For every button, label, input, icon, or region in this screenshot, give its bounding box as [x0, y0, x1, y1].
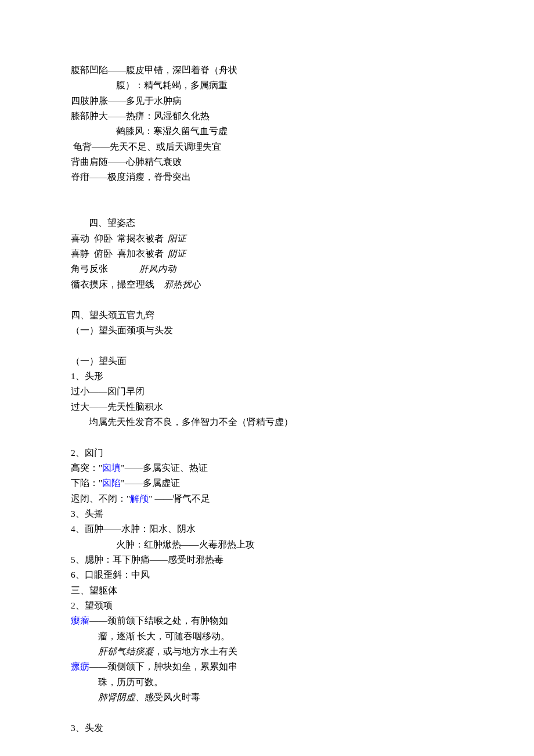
posture-r2c1: 喜静: [71, 249, 89, 258]
posture-r1c3: 常揭衣被者: [117, 233, 164, 243]
body-finding-abdomen-2: 腹）：精气耗竭，多属病重: [71, 78, 463, 93]
fontanel-bulge: 高突："囟填"——多属实证、热证: [71, 460, 463, 476]
body-finding-spine: 脊疳——极度消瘦，脊骨突出: [71, 170, 463, 185]
posture-row-1: 喜动 仰卧 常揭衣被者 阳证: [71, 231, 463, 246]
section-posture-title: 四、望姿态: [71, 215, 463, 231]
posture-row-3: 角弓反张 肝风内动: [71, 261, 463, 276]
goiter-desc-a: ——颈前颌下结喉之处，有肿物如: [89, 615, 228, 625]
posture-r3c4: 肝风内动: [139, 264, 176, 273]
hair-title: 3、头发: [71, 721, 463, 736]
posture-r1c4: 阳证: [168, 233, 186, 243]
fontanel-bulge-link[interactable]: 囟填: [102, 463, 121, 473]
section-head-title: 四、望头颈五官九窍: [71, 308, 463, 323]
goiter-link[interactable]: 瘿瘤: [71, 615, 89, 625]
posture-row-2: 喜静 俯卧 喜加衣被者 阴证: [71, 246, 463, 261]
body-finding-limbs: 四肢肿胀——多见于水肿病: [71, 93, 463, 109]
fontanel-sunken-a: 下陷：": [71, 478, 102, 488]
fontanel-late-link[interactable]: 解颅: [130, 494, 149, 503]
posture-r3c1: 角弓反张: [71, 264, 108, 273]
goiter-cause-italic: 肝郁气结痰凝: [98, 646, 154, 656]
subsection-head-face: （一）望头面: [71, 354, 463, 369]
fontanel-sunken-b: "——多属虚证: [121, 478, 179, 488]
head-shape-small: 过小——囟门早闭: [71, 384, 463, 399]
posture-r1c2: 仰卧: [94, 233, 113, 243]
posture-r4c4: 邪热扰心: [164, 279, 201, 289]
section-posture-title-text: 四、望姿态: [89, 218, 135, 228]
neck-scrofula-3: 肺肾阴虚、感受风火时毒: [71, 690, 463, 705]
fontanel-title: 2、囟门: [71, 445, 463, 460]
head-shake-title: 3、头摇: [71, 506, 463, 521]
subsection-head-hair: （一）望头面颈项与头发: [71, 323, 463, 338]
head-shape-large: 过大——先天性脑积水: [71, 399, 463, 415]
head-shape-title: 1、头形: [71, 369, 463, 384]
neck-scrofula-1: 瘰疬——颈侧颌下，肿块如垒，累累如串: [71, 659, 463, 674]
body-finding-abdomen-1: 腹部凹陷——腹皮甲错，深凹着脊（舟状: [71, 63, 463, 78]
body-finding-turtleback: 龟背——先天不足、或后天调理失宜: [71, 139, 463, 154]
fontanel-bulge-b: "——多属实证、热证: [121, 463, 207, 473]
fontanel-late-a: 迟闭、不闭：": [71, 494, 130, 503]
fontanel-sunken-link[interactable]: 囟陷: [102, 478, 121, 488]
scrofula-link[interactable]: 瘰疬: [71, 661, 89, 671]
posture-row-4: 循衣摸床，撮空理线 邪热扰心: [71, 277, 463, 292]
neck-title: 2、望颈项: [71, 598, 463, 613]
fontanel-sunken: 下陷："囟陷"——多属虚证: [71, 476, 463, 491]
posture-r2c3: 喜加衣被者: [117, 249, 164, 258]
fontanel-late: 迟闭、不闭："解颅" ——肾气不足: [71, 491, 463, 506]
neck-goiter-3: 肝郁气结痰凝，或与地方水土有关: [71, 644, 463, 659]
trunk-title: 三、望躯体: [71, 583, 463, 598]
neck-scrofula-2: 珠，历历可数。: [71, 675, 463, 690]
scrofula-desc-a: ——颈侧颌下，肿块如垒，累累如串: [89, 661, 237, 671]
neck-goiter-1: 瘿瘤——颈前颌下结喉之处，有肿物如: [71, 613, 463, 628]
neck-goiter-2: 瘤，逐渐 长大，可随吞咽移动。: [71, 629, 463, 644]
body-finding-knee-1: 膝部肿大——热痹：风湿郁久化热: [71, 109, 463, 124]
scrofula-cause-rest: 、感受风火时毒: [135, 692, 200, 702]
fontanel-late-b: " ——肾气不足: [149, 494, 210, 503]
posture-r1c1: 喜动: [71, 233, 89, 243]
posture-r4c1: 循衣摸床，撮空理线: [71, 279, 154, 289]
face-swelling-2: 火肿：红肿焮热——火毒邪热上攻: [71, 537, 463, 552]
fontanel-bulge-a: 高突：": [71, 463, 102, 473]
body-finding-back: 背曲肩随——心肺精气衰败: [71, 154, 463, 170]
scrofula-cause-italic: 肺肾阴虚: [98, 692, 135, 702]
goiter-cause-rest: ，或与地方水土有关: [154, 646, 237, 656]
posture-r2c4: 阴证: [168, 249, 186, 258]
head-shape-note: 均属先天性发育不良，多伴智力不全（肾精亏虚）: [71, 415, 463, 430]
posture-r2c2: 俯卧: [94, 249, 113, 258]
body-finding-knee-2: 鹤膝风：寒湿久留气血亏虚: [71, 124, 463, 139]
mouth-eye-deviation: 6、口眼歪斜：中风: [71, 567, 463, 582]
cheek-swelling: 5、腮肿：耳下肿痛——感受时邪热毒: [71, 552, 463, 567]
face-swelling-1: 4、面肿——水肿：阳水、阴水: [71, 521, 463, 537]
